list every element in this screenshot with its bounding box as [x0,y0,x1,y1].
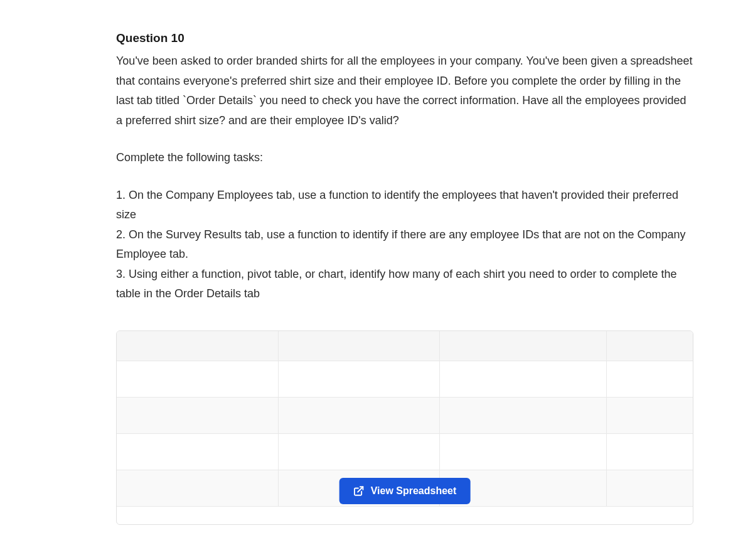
external-link-icon [353,485,365,497]
table-row [117,434,693,470]
task-1: 1. On the Company Employees tab, use a f… [116,186,693,225]
spreadsheet-preview: View Spreadsheet [116,330,693,525]
svg-line-0 [358,487,363,492]
view-spreadsheet-label: View Spreadsheet [371,485,457,497]
question-title: Question 10 [116,31,693,45]
table-row [117,361,693,398]
table-row [117,398,693,434]
table-header-row [117,331,693,361]
question-body: You've been asked to order branded shirt… [116,51,693,130]
task-3: 3. Using either a function, pivot table,… [116,265,693,304]
view-spreadsheet-button[interactable]: View Spreadsheet [339,478,471,504]
tasks-intro: Complete the following tasks: [116,148,693,168]
task-2: 2. On the Survey Results tab, use a func… [116,225,693,265]
